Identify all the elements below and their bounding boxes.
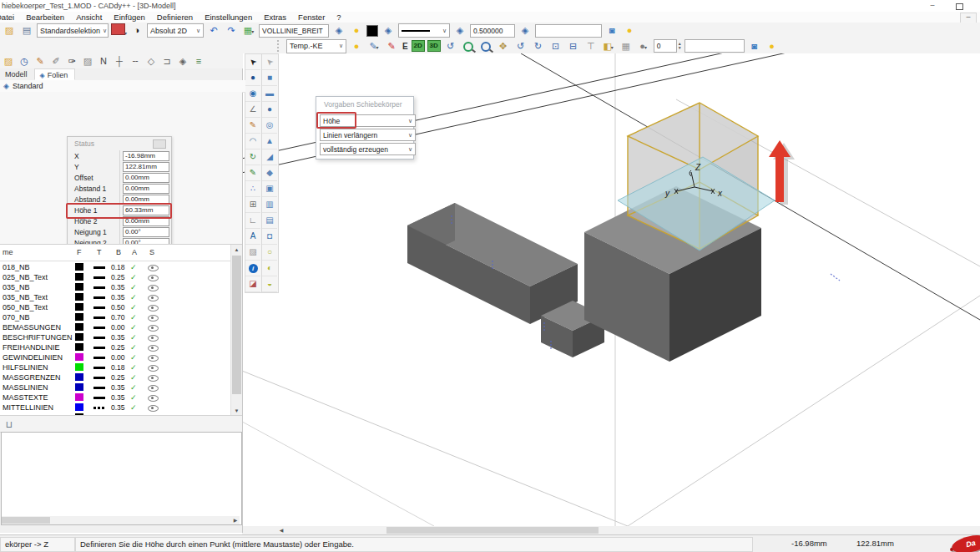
value-spinner-value[interactable]: 0: [654, 39, 677, 53]
layer-stack2-icon[interactable]: ◈: [381, 23, 396, 38]
scroll-up-arrow[interactable]: ▲: [231, 245, 242, 255]
menu-item-einfgen[interactable]: Einfügen: [114, 12, 145, 23]
viewport-hscrollbar[interactable]: ◀: [275, 526, 980, 534]
chevron-down-icon[interactable]: ∨: [442, 28, 447, 34]
color-swatch[interactable]: [366, 25, 378, 37]
vorgaben-dialog[interactable]: Vorgaben Schiebekörper Höhe∨Linien verlä…: [316, 96, 414, 160]
layer-row[interactable]: 025_NB_Text0.25✓: [0, 272, 230, 282]
layer-active-check[interactable]: ✓: [130, 282, 137, 292]
tab-folien[interactable]: ◈Folien: [34, 68, 76, 80]
measure-angle-icon[interactable]: ∠: [245, 102, 260, 118]
info-tool-icon[interactable]: i: [245, 261, 260, 276]
paint-bucket-icon[interactable]: ◙: [604, 23, 619, 38]
layer-row[interactable]: FREIHANDLINIE0.25✓: [0, 342, 230, 352]
layer-active-check[interactable]: ✓: [130, 372, 137, 382]
grid-pattern-button[interactable]: ▦▾: [241, 23, 256, 38]
rotate-tool-icon[interactable]: ↻: [245, 149, 260, 165]
open-folder-icon[interactable]: ▨: [2, 23, 17, 38]
layer-color-swatch[interactable]: [75, 303, 83, 311]
layer-visibility-eye-icon[interactable]: [148, 285, 159, 291]
layers-header-1[interactable]: F: [77, 248, 82, 256]
selection-combo[interactable]: Standardselektion∨: [37, 23, 109, 38]
clock-icon[interactable]: ◷: [17, 54, 32, 68]
layer-row[interactable]: 035_NB_Text0.35✓: [0, 292, 230, 302]
coord-mode-combo[interactable]: Absolut 2D∨: [147, 23, 204, 38]
hatch-rect-icon[interactable]: ▨: [80, 54, 95, 68]
status-panel-button[interactable]: [153, 139, 166, 149]
layer-color-swatch[interactable]: [75, 263, 83, 271]
layer-color-swatch[interactable]: [75, 283, 83, 291]
chamfer-pen-icon[interactable]: ✎: [245, 118, 260, 134]
draw-mode-button[interactable]: ✎▾: [366, 39, 381, 53]
layer-visibility-eye-icon[interactable]: [148, 355, 159, 362]
dialog-combo-linienverlngern[interactable]: Linien verlängern∨: [320, 129, 416, 141]
n-flag-icon[interactable]: N: [96, 54, 111, 68]
layer-row[interactable]: MASSLINIEN0.35✓: [0, 382, 230, 392]
layer-active-check[interactable]: ✓: [130, 322, 137, 332]
eraser-tool-icon[interactable]: ◪: [245, 276, 260, 292]
status-value-field[interactable]: 0.00°: [123, 227, 169, 237]
shaded-sphere-button[interactable]: ●▾: [636, 39, 651, 53]
toolbar-grip[interactable]: [277, 40, 282, 52]
fillet-arc-icon[interactable]: ◠: [245, 134, 260, 149]
menu-item-definieren[interactable]: Definieren: [157, 12, 193, 23]
layer-row[interactable]: 050_NB_Text0.50✓: [0, 302, 230, 312]
zoom-fit-icon[interactable]: ⊡: [548, 39, 563, 53]
layer-row[interactable]: 018_NB0.18✓: [0, 262, 230, 272]
layer-color-swatch[interactable]: [75, 343, 83, 351]
layer-active-check[interactable]: ✓: [130, 302, 137, 312]
dropdown-arrow-icon[interactable]: ▾: [376, 45, 379, 50]
layer-active-check[interactable]: ✓: [130, 292, 137, 302]
brightness-bulb-icon[interactable]: ●: [349, 23, 364, 38]
menu-item-?[interactable]: ?: [336, 12, 341, 23]
paint-bucket2-icon[interactable]: ◙: [747, 39, 762, 53]
layer-visibility-eye-icon[interactable]: [148, 405, 159, 412]
layer-row[interactable]: HILFSLINIEN0.18✓: [0, 362, 230, 372]
status-value-field[interactable]: 0.00mm: [123, 195, 169, 205]
layer-visibility-eye-icon[interactable]: [148, 315, 159, 322]
layer-color-swatch[interactable]: [75, 383, 83, 391]
menu-item-fenster[interactable]: Fenster: [298, 12, 325, 23]
linetype-input[interactable]: VOLLLINIE_BREIT: [259, 24, 329, 38]
save-icon[interactable]: ▤: [19, 23, 34, 38]
menu-item-ansicht[interactable]: Ansicht: [76, 12, 102, 23]
spinner-arrows-icon[interactable]: ▲▼: [678, 42, 682, 50]
light-bulb-icon[interactable]: ●: [349, 39, 364, 53]
layer-color-swatch[interactable]: [75, 353, 83, 361]
layers-header-2[interactable]: T: [97, 248, 102, 256]
ortho-angle-icon[interactable]: ∟: [245, 213, 260, 229]
layer-active-check[interactable]: ✓: [130, 272, 137, 282]
status-value-field[interactable]: 0.00mm: [123, 184, 169, 194]
layer-visibility-eye-icon[interactable]: [148, 385, 159, 392]
green-pen-icon[interactable]: ✎: [245, 165, 260, 181]
grid-list-icon[interactable]: ≡: [191, 54, 206, 68]
layer-visibility-eye-icon[interactable]: [148, 365, 159, 372]
solid-wedge-icon[interactable]: ◢: [262, 149, 277, 165]
page-edit-icon[interactable]: ✐: [48, 54, 63, 68]
layer-color-swatch[interactable]: [75, 323, 83, 331]
scroll-left-arrow[interactable]: ◀: [277, 526, 285, 534]
cross-snap-icon[interactable]: ┼: [112, 54, 127, 68]
view-cube-button[interactable]: ◧▾: [601, 39, 616, 53]
status-value-field[interactable]: 122.81mm: [123, 162, 169, 172]
chevron-down-icon[interactable]: ∨: [408, 146, 412, 153]
aux2-input[interactable]: [684, 39, 745, 53]
bulb-icon[interactable]: ●: [622, 23, 637, 38]
menu-item-datei[interactable]: Datei: [0, 12, 14, 23]
layer-visibility-eye-icon[interactable]: [148, 275, 159, 281]
layer-color-swatch[interactable]: [75, 393, 83, 401]
layer-row[interactable]: MASSGRENZEN0.25✓: [0, 372, 230, 382]
layer-stack3-icon[interactable]: ◈: [452, 23, 467, 38]
orbit-sphere-icon[interactable]: ◉: [245, 86, 260, 102]
shell-tool-icon[interactable]: ▣: [262, 181, 277, 197]
solid-box-icon[interactable]: ■: [262, 70, 277, 86]
status-value-field[interactable]: 0.00mm: [123, 216, 169, 226]
zoom-prev-icon[interactable]: ⊟: [566, 39, 581, 53]
render-sphere-icon[interactable]: ◑: [129, 23, 144, 38]
layer-color-swatch[interactable]: [75, 363, 83, 371]
status-value-field[interactable]: 0.00mm: [123, 173, 169, 183]
layer-row[interactable]: 035_NB0.35✓: [0, 282, 230, 292]
dock-hscroll-thumb[interactable]: [2, 517, 50, 524]
layer-color-swatch[interactable]: [75, 333, 83, 341]
rotate-left-icon[interactable]: ↺: [513, 39, 528, 53]
